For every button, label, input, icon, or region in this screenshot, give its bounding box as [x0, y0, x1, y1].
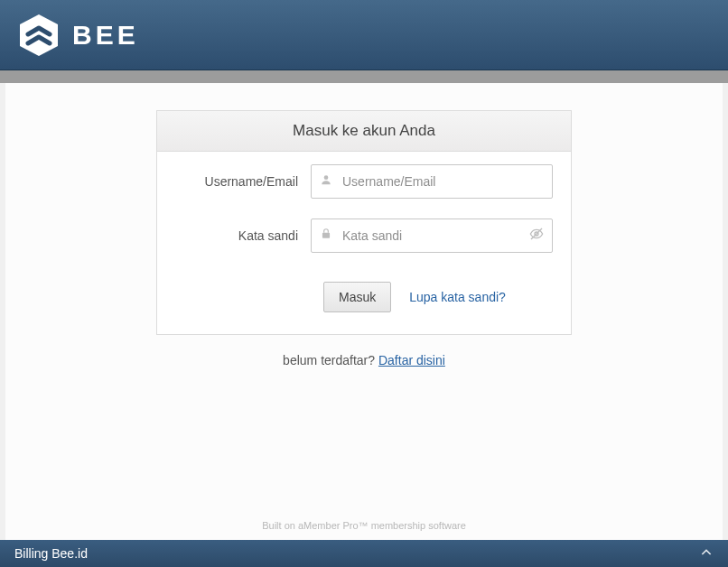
login-button[interactable]: Masuk: [323, 282, 391, 312]
password-row: Kata sandi: [157, 202, 571, 256]
register-link[interactable]: Daftar disini: [378, 353, 445, 367]
forgot-password-link[interactable]: Lupa kata sandi?: [409, 290, 506, 304]
password-input[interactable]: [311, 218, 553, 253]
eye-icon[interactable]: [529, 227, 544, 245]
built-on-text: Built on aMember Pro™ membership softwar…: [5, 520, 723, 531]
register-prompt: belum terdaftar? Daftar disini: [283, 353, 445, 367]
page-footer: Billing Bee.id: [0, 540, 728, 567]
username-input[interactable]: [311, 164, 553, 199]
username-row: Username/Email: [157, 152, 571, 202]
logo-hex-icon: [18, 13, 60, 58]
actions-row: Masuk Lupa kata sandi?: [157, 256, 571, 334]
brand-name: BEE: [72, 20, 139, 51]
password-label: Kata sandi: [175, 228, 311, 243]
register-text: belum terdaftar?: [283, 353, 378, 367]
username-label: Username/Email: [175, 174, 311, 189]
password-input-wrap: [311, 218, 553, 253]
page-header: BEE: [0, 0, 728, 70]
brand-logo[interactable]: BEE: [18, 13, 139, 58]
divider-bar: [0, 70, 728, 83]
main-content: Masuk ke akun Anda Username/Email Kata s…: [5, 83, 723, 540]
username-input-wrap: [311, 164, 553, 199]
chevron-up-icon[interactable]: [699, 545, 714, 562]
login-title: Masuk ke akun Anda: [157, 111, 571, 152]
login-card: Masuk ke akun Anda Username/Email Kata s…: [156, 110, 572, 335]
footer-title: Billing Bee.id: [14, 546, 88, 561]
